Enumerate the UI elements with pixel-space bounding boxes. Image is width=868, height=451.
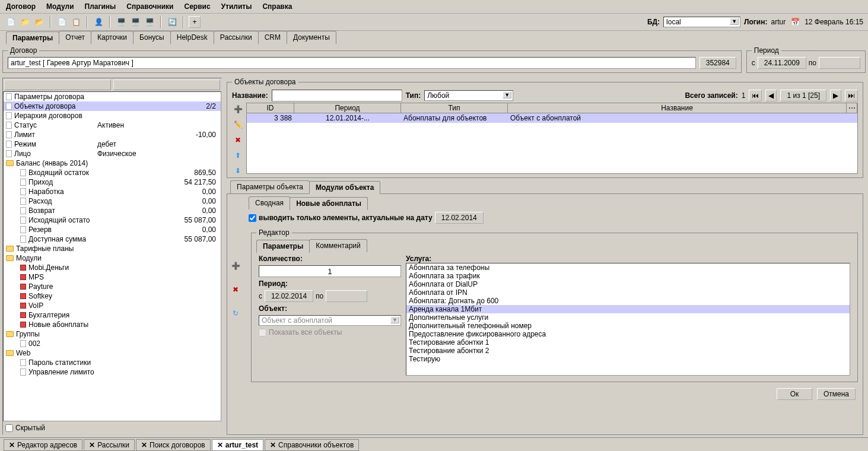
tree-row[interactable]: Бухгалтерия xyxy=(4,310,221,320)
tree-row[interactable]: СтатусАктивен xyxy=(4,120,221,130)
open-icon[interactable]: 📁 xyxy=(19,16,31,28)
th-name[interactable]: Название xyxy=(508,103,847,113)
service-item[interactable]: Абонплата: Догнать до 600 xyxy=(406,297,850,305)
tree-row[interactable]: Группы xyxy=(4,329,221,339)
window2-icon[interactable]: 🖥️ xyxy=(129,16,141,28)
close-icon[interactable]: ✕ xyxy=(9,441,15,449)
down-icon[interactable]: ⬇ xyxy=(232,167,244,175)
service-item[interactable]: Тестирование абонтки 1 xyxy=(406,338,850,347)
tree-row[interactable]: Пароль статистики xyxy=(4,358,221,367)
editortab-0[interactable]: Параметры xyxy=(256,240,310,253)
tree-row[interactable]: Расход0,00 xyxy=(4,196,221,206)
tab-Отчет[interactable]: Отчет xyxy=(59,31,91,44)
period-to-button[interactable] xyxy=(819,57,860,69)
th-extra[interactable]: ⋯ xyxy=(847,103,857,113)
objects-table[interactable]: ID Период Тип Название ⋯ 3 388 12.01.201… xyxy=(246,103,858,174)
tree-row[interactable]: Иерархия договоров xyxy=(4,111,221,120)
tree-row[interactable]: Mobi.Деньги xyxy=(4,263,221,272)
th-period[interactable]: Период xyxy=(294,103,401,113)
editortab-1[interactable]: Комментарий xyxy=(309,239,367,252)
tree-row[interactable]: ЛицоФизическое xyxy=(4,149,221,158)
page-prev-button[interactable]: ◀ xyxy=(765,90,777,101)
tree-row[interactable]: Параметры договора xyxy=(4,92,221,101)
doc-icon[interactable]: 📄 xyxy=(56,16,68,28)
tree-row[interactable]: Новые абонплаты xyxy=(4,320,221,329)
bottomtab-artur_test[interactable]: ✕artur_test xyxy=(212,439,263,451)
editor-from-button[interactable]: 12.02.2014 xyxy=(265,290,313,302)
close-icon[interactable]: ✕ xyxy=(89,441,95,449)
menu-Плагины[interactable]: Плагины xyxy=(85,2,116,11)
tree-row[interactable]: Лимит-10,00 xyxy=(4,130,221,139)
tree-row[interactable]: Объекты договора2/2 xyxy=(4,101,221,111)
date-filter-check[interactable]: выводить только элементы, актуальные на … xyxy=(249,209,860,226)
tree-row[interactable]: Возврат0,00 xyxy=(4,206,221,215)
user-icon[interactable]: 👤 xyxy=(93,16,104,28)
copy-icon[interactable]: 📋 xyxy=(70,16,82,28)
tree-row[interactable]: MPS xyxy=(4,272,221,282)
service-item[interactable]: Тестирую xyxy=(406,355,850,363)
filter-date-button[interactable]: 12.02.2014 xyxy=(435,212,484,224)
name-input[interactable] xyxy=(272,90,402,101)
tab-Бонусы[interactable]: Бонусы xyxy=(133,31,171,44)
menu-Справочники[interactable]: Справочники xyxy=(126,2,173,11)
modtab-1[interactable]: Новые абонплаты xyxy=(290,197,368,210)
tree-row[interactable]: Баланс (январь 2014) xyxy=(4,158,221,168)
th-type[interactable]: Тип xyxy=(401,103,508,113)
hidden-checkbox[interactable]: Скрытый xyxy=(3,421,221,434)
qty-input[interactable] xyxy=(259,265,401,277)
bottomtab-Редактор адресов[interactable]: ✕Редактор адресов xyxy=(4,439,82,451)
tree-row[interactable]: Резерв0,00 xyxy=(4,225,221,234)
tree-row[interactable]: Web xyxy=(4,348,221,358)
tree-row[interactable]: Тарифные планы xyxy=(4,244,221,253)
tree[interactable]: Параметры договораОбъекты договора2/2Иер… xyxy=(3,91,221,421)
contract-id-button[interactable]: 352984 xyxy=(700,57,736,69)
service-item[interactable]: Дополнительный телефонный номер xyxy=(406,322,850,330)
service-item[interactable]: Аренда канала 1Мбит xyxy=(406,305,850,313)
table-row[interactable]: 3 388 12.01.2014-... Абонплаты для объек… xyxy=(247,113,857,123)
editor-to-button[interactable] xyxy=(326,290,367,302)
window1-icon[interactable]: 🖥️ xyxy=(115,16,127,28)
delete-icon[interactable]: ✖ xyxy=(232,136,244,144)
page-last-button[interactable]: ⏭ xyxy=(845,90,858,101)
tree-row[interactable]: Наработка0,00 xyxy=(4,187,221,196)
tree-row[interactable]: Payture xyxy=(4,282,221,291)
tree-row[interactable]: Softkey xyxy=(4,291,221,301)
refresh-icon[interactable]: 🔄 xyxy=(166,16,178,28)
page-next-button[interactable]: ▶ xyxy=(830,90,841,101)
service-list[interactable]: Абонплата за телефоныАбонплата за трафик… xyxy=(406,263,850,376)
modtab-0[interactable]: Сводная xyxy=(249,196,290,209)
menu-Справка[interactable]: Справка xyxy=(262,2,292,11)
tree-row[interactable]: Исходящий остато55 087,00 xyxy=(4,215,221,225)
split-1[interactable] xyxy=(4,80,111,90)
calendar-icon[interactable]: 📅 xyxy=(789,16,801,28)
tab-Документы[interactable]: Документы xyxy=(287,31,336,44)
tab-Рассылки[interactable]: Рассылки xyxy=(214,31,259,44)
close2-icon[interactable]: ✖ xyxy=(230,284,241,296)
menu-Модули[interactable]: Модули xyxy=(46,2,74,11)
contract-title[interactable]: artur_test [ Гареев Артур Маратович ] xyxy=(8,57,696,69)
tab-Карточки[interactable]: Карточки xyxy=(91,31,133,44)
tree-row[interactable]: 002 xyxy=(4,339,221,348)
split-2[interactable] xyxy=(113,80,220,90)
edit-icon[interactable]: ✏️ xyxy=(232,120,244,129)
close-icon[interactable]: ✕ xyxy=(217,441,223,449)
service-item[interactable]: Абонплата от IPN xyxy=(406,288,850,297)
close-icon[interactable]: ✕ xyxy=(270,441,276,449)
tab-CRM[interactable]: CRM xyxy=(258,31,287,44)
tree-row[interactable]: Приход54 217,50 xyxy=(4,177,221,187)
type-combo[interactable]: Любой xyxy=(424,90,513,101)
pager-display[interactable]: 1 из 1 [25] xyxy=(780,90,826,101)
menu-Сервис[interactable]: Сервис xyxy=(184,2,210,11)
tree-row[interactable]: Режимдебет xyxy=(4,139,221,149)
plus-icon[interactable]: + xyxy=(189,16,201,28)
service-item[interactable]: Абонплата за телефоны xyxy=(406,263,850,272)
service-item[interactable]: Предоставление фиксированного адреса xyxy=(406,330,850,338)
objtab-0[interactable]: Параметры объекта xyxy=(230,180,310,193)
tree-row[interactable]: Управление лимито xyxy=(4,367,221,377)
menu-Договор[interactable]: Договор xyxy=(6,2,36,11)
th-id[interactable]: ID xyxy=(247,103,294,113)
close-icon[interactable]: ✕ xyxy=(141,441,147,449)
window3-icon[interactable]: 🖥️ xyxy=(144,16,155,28)
tree-row[interactable]: Модули xyxy=(4,253,221,263)
tree-row[interactable]: Входящий остаток869,50 xyxy=(4,168,221,177)
